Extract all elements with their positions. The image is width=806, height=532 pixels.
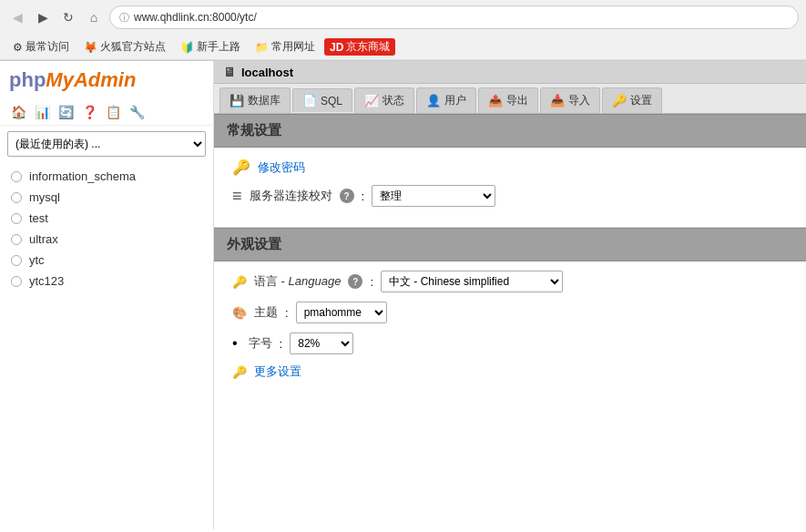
language-colon: :	[370, 275, 373, 289]
db-dot	[11, 276, 22, 287]
pma-logo: phpMyAdmin	[0, 61, 213, 99]
tab-database-label: 数据库	[248, 93, 281, 108]
url-text: www.qhdlink.cn:8000/ytc/	[134, 11, 257, 24]
more-settings-icon: 🔑	[232, 365, 247, 379]
font-size-select[interactable]: 82% 80% 90% 100% 120%	[290, 332, 353, 354]
bookmark-common[interactable]: 📁 常用网址	[250, 37, 321, 56]
db-name: ytc	[29, 253, 45, 267]
language-label-zh: 语言 -	[254, 274, 289, 288]
db-select[interactable]: (最近使用的表) ...	[7, 131, 206, 157]
logo-php: php	[9, 68, 46, 91]
db-item-mysql[interactable]: mysql	[0, 187, 213, 208]
appearance-settings-content: 🔑 语言 - Language ? : 中文 - Chinese simplif…	[214, 261, 806, 398]
font-size-colon: :	[280, 337, 283, 351]
collation-icon: ≡	[232, 187, 242, 206]
collation-select[interactable]: 整理 utf8_general_ci utf8mb4_general_ci la…	[372, 185, 495, 207]
language-help-icon[interactable]: ?	[348, 274, 362, 289]
settings-tab-icon: 🔑	[612, 94, 627, 107]
db-name: ytc123	[29, 274, 64, 288]
bookmark-settings[interactable]: ⚙ 最常访问	[7, 37, 75, 56]
bookmark-jd[interactable]: JD 京东商城	[324, 38, 395, 56]
forward-button[interactable]: ▶	[33, 7, 53, 27]
db-name: mysql	[29, 190, 60, 204]
tab-status[interactable]: 📈 状态	[354, 87, 414, 113]
tab-import[interactable]: 📥 导入	[540, 87, 600, 113]
address-bar[interactable]: ⓘ www.qhdlink.cn:8000/ytc/	[109, 5, 799, 29]
db-sidebar-icon[interactable]: 📊	[33, 103, 51, 121]
change-password-link[interactable]: 修改密码	[258, 159, 305, 176]
db-dot	[11, 255, 22, 266]
sidebar-icons: 🏠 📊 🔄 ❓ 📋 🔧	[0, 99, 213, 126]
appearance-settings-header: 外观设置	[214, 228, 806, 261]
help-sidebar-icon[interactable]: ❓	[80, 103, 98, 121]
more-settings-link[interactable]: 更多设置	[254, 363, 301, 380]
db-item-ytc[interactable]: ytc	[0, 250, 213, 271]
main-layout: phpMyAdmin 🏠 📊 🔄 ❓ 📋 🔧 (最近使用的表) ... info…	[0, 61, 806, 529]
bookmarks-bar: ⚙ 最常访问 🦊 火狐官方站点 🔰 新手上路 📁 常用网址 JD 京东商城	[0, 35, 806, 60]
general-settings-header: 常规设置	[214, 114, 806, 148]
tab-settings[interactable]: 🔑 设置	[602, 87, 662, 113]
common-bookmark-icon: 📁	[255, 41, 269, 54]
bookmark-common-label: 常用网址	[271, 39, 315, 55]
db-name: test	[29, 211, 48, 225]
home-button[interactable]: ⌂	[84, 7, 104, 27]
server-label: localhost	[241, 66, 293, 79]
theme-select[interactable]: pmahomme original metro	[296, 302, 387, 323]
language-select[interactable]: 中文 - Chinese simplified English 日本語 - Ja…	[381, 271, 563, 292]
db-item-ultrax[interactable]: ultrax	[0, 229, 213, 250]
db-item-test[interactable]: test	[0, 208, 213, 229]
refresh-sidebar-icon[interactable]: 🔄	[56, 103, 75, 121]
settings-bookmark-icon: ⚙	[13, 41, 23, 54]
tab-export-label: 导出	[506, 93, 528, 108]
change-password-row: 🔑 修改密码	[232, 159, 788, 176]
export-tab-icon: 📤	[488, 94, 503, 107]
language-label-en: Language	[289, 274, 342, 288]
font-size-label: 字号	[249, 335, 272, 352]
theme-label: 主题	[254, 304, 278, 321]
bookmark-settings-label: 最常访问	[26, 39, 69, 55]
general-settings-content: 🔑 修改密码 ≡ 服务器连接校对 ? : 整理 utf8_general_ci …	[214, 148, 806, 228]
theme-icon: 🎨	[232, 306, 247, 320]
db-list: information_schema mysql test ultrax ytc…	[0, 162, 213, 295]
reload-button[interactable]: ↻	[58, 7, 78, 27]
db-item-information-schema[interactable]: information_schema	[0, 166, 213, 187]
logo-myadmin: MyAdmin	[46, 68, 136, 91]
tab-import-label: 导入	[568, 93, 590, 108]
collation-row: ≡ 服务器连接校对 ? : 整理 utf8_general_ci utf8mb4…	[232, 185, 788, 207]
theme-colon: :	[285, 306, 289, 320]
settings-sidebar-icon[interactable]: 🔧	[128, 103, 146, 121]
import-tab-icon: 📥	[550, 94, 565, 107]
tab-sql-label: SQL	[321, 95, 342, 107]
font-size-bullet: •	[232, 335, 238, 352]
server-bar: 🖥 localhost	[214, 61, 806, 84]
db-name: information_schema	[29, 169, 136, 183]
db-dot	[11, 192, 22, 203]
tab-database[interactable]: 💾 数据库	[219, 87, 291, 113]
docs-sidebar-icon[interactable]: 📋	[104, 103, 122, 121]
tab-export[interactable]: 📤 导出	[478, 87, 538, 113]
bookmark-firefox[interactable]: 🦊 火狐官方站点	[78, 37, 171, 56]
users-tab-icon: 👤	[426, 94, 441, 107]
lock-icon: ⓘ	[119, 11, 129, 25]
theme-row: 🎨 主题 : pmahomme original metro	[232, 302, 788, 323]
status-tab-icon: 📈	[364, 94, 379, 107]
db-item-ytc123[interactable]: ytc123	[0, 271, 213, 292]
tab-users[interactable]: 👤 用户	[416, 87, 476, 113]
bookmark-newbie[interactable]: 🔰 新手上路	[175, 37, 246, 56]
collation-help-icon[interactable]: ?	[340, 189, 354, 203]
back-button[interactable]: ◀	[7, 7, 27, 27]
nav-tabs: 💾 数据库 📄 SQL 📈 状态 👤 用户 📤 导出 📥 导入	[214, 84, 806, 114]
home-sidebar-icon[interactable]: 🏠	[9, 103, 27, 121]
db-dot	[11, 234, 22, 245]
browser-toolbar: ◀ ▶ ↻ ⌂ ⓘ www.qhdlink.cn:8000/ytc/	[0, 0, 806, 35]
tab-settings-label: 设置	[630, 93, 652, 108]
tab-users-label: 用户	[444, 93, 466, 108]
database-tab-icon: 💾	[230, 94, 244, 107]
tab-sql[interactable]: 📄 SQL	[292, 88, 352, 112]
sidebar: phpMyAdmin 🏠 📊 🔄 ❓ 📋 🔧 (最近使用的表) ... info…	[0, 61, 214, 529]
db-name: ultrax	[29, 232, 58, 246]
collation-colon: :	[362, 189, 365, 203]
jd-bookmark-icon: JD	[330, 41, 343, 54]
firefox-bookmark-icon: 🦊	[84, 41, 97, 54]
db-dot	[11, 171, 22, 182]
